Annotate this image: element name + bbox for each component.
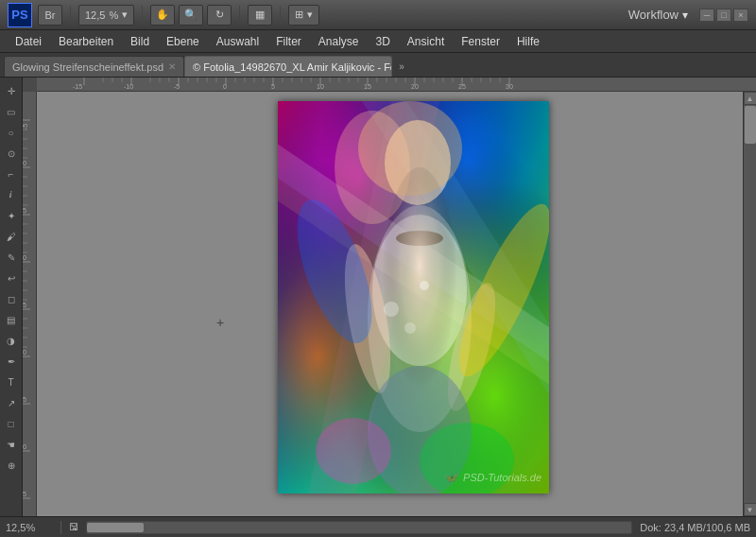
status-icon: 🖫	[69, 522, 78, 532]
status-bar: 12,5% 🖫 Dok: 23,4 MB/100,6 MB	[0, 516, 756, 537]
text-tool[interactable]: T	[2, 372, 21, 391]
menu-ebene[interactable]: Ebene	[159, 33, 207, 50]
bottom-scrollbar[interactable]	[86, 521, 632, 534]
marquee-tool[interactable]: ▭	[2, 102, 21, 121]
zoom-display: 12,5%	[6, 522, 53, 533]
zoom-percent: 12,5%	[6, 522, 35, 533]
svg-text:30: 30	[506, 83, 513, 90]
tab-1-label: Glowing Streifenscheineffekt.psd	[12, 61, 163, 73]
canvas-wrapper: -15 -10 -5 0 5 10 15 20 25	[23, 78, 756, 516]
tab-1[interactable]: Glowing Streifenscheineffekt.psd ✕	[4, 56, 184, 77]
svg-text:20: 20	[411, 83, 419, 90]
rotate-tool[interactable]: ↻	[207, 5, 232, 26]
scroll-track-right[interactable]	[744, 105, 757, 503]
zoom-tool[interactable]: 🔍	[179, 5, 203, 26]
menu-datei[interactable]: Datei	[8, 33, 49, 50]
menu-hilfe[interactable]: Hilfe	[509, 33, 547, 50]
menu-bearbeiten[interactable]: Bearbeiten	[51, 33, 121, 50]
workflow-label[interactable]: Workflow	[628, 8, 679, 22]
photo-background: 🦋 PSD-Tutorials.de	[278, 101, 549, 494]
stamp-tool[interactable]: ✎	[2, 248, 21, 267]
separator-3	[239, 6, 240, 25]
crosshair-cursor: +	[216, 315, 224, 330]
zoom-value: 12,5	[85, 9, 105, 21]
dodge-tool[interactable]: ◑	[2, 331, 21, 350]
tab-2[interactable]: © Fotolia_14982670_XL Amir Kaljikovic - …	[184, 56, 392, 77]
svg-text:0: 0	[23, 160, 26, 166]
menu-bild[interactable]: Bild	[123, 33, 157, 50]
content-with-ruler: -5 0 5 0 5 0 5 0	[23, 92, 756, 516]
doc-size: 23,4 MB/100,6 MB	[664, 522, 750, 533]
svg-text:5: 5	[23, 302, 26, 308]
tab-overflow-button[interactable]: »	[392, 56, 411, 77]
eraser-tool[interactable]: ◻	[2, 289, 21, 308]
tool-button-1[interactable]: Br	[38, 5, 62, 26]
zoom-unit: %	[109, 9, 118, 21]
main-area: ✛ ▭ ○ ⊙ ⌐ 𝒊 ✦ 🖌 ✎ ↩ ◻ ▤ ◑ ✒ T ↗ □ ☚ ⊕ -	[0, 78, 756, 516]
move-tool[interactable]: ✛	[2, 81, 21, 100]
scroll-down-button[interactable]: ▼	[744, 503, 757, 516]
hand-tool-left[interactable]: ☚	[2, 435, 21, 454]
menu-fenster[interactable]: Fenster	[454, 33, 507, 50]
healing-tool[interactable]: ✦	[2, 206, 21, 225]
restore-button[interactable]: □	[716, 9, 731, 22]
scroll-thumb-right[interactable]	[745, 106, 756, 144]
arrange-dropdown[interactable]: ⊞ ▾	[288, 5, 319, 26]
menu-ansicht[interactable]: Ansicht	[400, 33, 452, 50]
menu-filter[interactable]: Filter	[268, 33, 309, 50]
close-button[interactable]: ×	[733, 9, 748, 22]
watermark: 🦋 PSD-Tutorials.de	[444, 472, 541, 484]
watermark-text: PSD-Tutorials.de	[463, 472, 541, 483]
bottom-scroll-thumb[interactable]	[87, 523, 144, 532]
chevron-down-icon: ▾	[122, 9, 128, 21]
svg-text:5: 5	[23, 491, 26, 497]
gradient-tool[interactable]: ▤	[2, 310, 21, 329]
svg-text:0: 0	[23, 443, 26, 450]
menu-auswahl[interactable]: Auswahl	[209, 33, 266, 50]
image-canvas: 🦋 PSD-Tutorials.de	[278, 101, 549, 494]
minimize-button[interactable]: ─	[699, 9, 714, 22]
svg-text:-5: -5	[23, 124, 28, 130]
workflow-dropdown-icon[interactable]: ▾	[682, 9, 688, 22]
canvas-area[interactable]: 🦋 PSD-Tutorials.de +	[37, 92, 743, 516]
history-brush[interactable]: ↩	[2, 268, 21, 287]
zoom-dropdown[interactable]: 12,5 % ▾	[78, 5, 134, 26]
title-tools: Br 12,5 % ▾ ✋ 🔍 ↻ ▦ ⊞ ▾	[38, 5, 628, 26]
top-ruler: -15 -10 -5 0 5 10 15 20 25	[37, 78, 756, 92]
zoom-tool-left[interactable]: ⊕	[2, 456, 21, 475]
svg-point-113	[382, 167, 457, 413]
canvas-scroll-area: 🦋 PSD-Tutorials.de +	[37, 92, 743, 516]
quick-select-tool[interactable]: ⊙	[2, 144, 21, 163]
lasso-tool[interactable]: ○	[2, 123, 21, 142]
watermark-butterfly-icon: 🦋	[444, 472, 457, 483]
path-select[interactable]: ↗	[2, 393, 21, 412]
scroll-up-button[interactable]: ▲	[744, 92, 757, 105]
pen-tool[interactable]: ✒	[2, 352, 21, 371]
svg-text:5: 5	[23, 396, 26, 403]
svg-text:-10: -10	[124, 83, 133, 90]
svg-text:0: 0	[23, 349, 26, 355]
scrollbar-right: ▲ ▼	[743, 92, 756, 516]
shape-tool[interactable]: □	[2, 414, 21, 433]
separator-4	[280, 6, 281, 25]
menu-3d[interactable]: 3D	[369, 33, 398, 50]
tab-1-close[interactable]: ✕	[168, 61, 176, 72]
menu-analyse[interactable]: Analyse	[311, 33, 367, 50]
tab-bar: Glowing Streifenscheineffekt.psd ✕ © Fot…	[0, 53, 756, 78]
workflow-area: Workflow ▾ ─ □ ×	[628, 8, 748, 22]
svg-text:5: 5	[23, 207, 26, 214]
crop-tool[interactable]: ⌐	[2, 165, 21, 183]
menu-bar: Datei Bearbeiten Bild Ebene Auswahl Filt…	[0, 30, 756, 53]
title-bar: PS Br 12,5 % ▾ ✋ 🔍 ↻ ▦ ⊞ ▾ Workflow ▾ ─ …	[0, 0, 756, 30]
eyedropper-tool[interactable]: 𝒊	[2, 185, 21, 204]
hand-tool[interactable]: ✋	[150, 5, 175, 26]
svg-point-116	[404, 322, 416, 334]
ps-logo: PS	[8, 3, 32, 27]
svg-point-114	[384, 302, 399, 317]
tab-2-label: © Fotolia_14982670_XL Amir Kaljikovic - …	[193, 61, 392, 73]
grid-tool[interactable]: ▦	[248, 5, 272, 26]
brush-tool[interactable]: 🖌	[2, 227, 21, 246]
svg-text:-5: -5	[174, 83, 180, 90]
status-separator-1	[60, 521, 61, 534]
svg-text:0: 0	[223, 83, 227, 90]
